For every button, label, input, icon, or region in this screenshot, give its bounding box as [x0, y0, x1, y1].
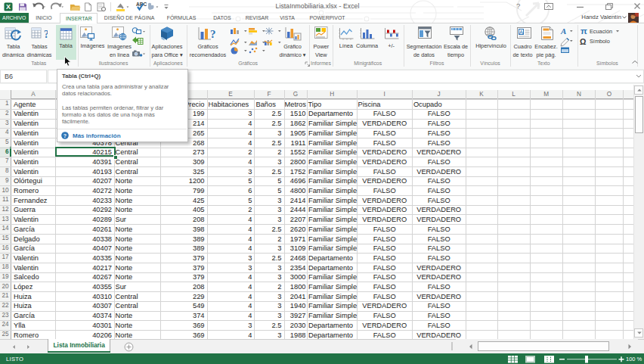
svg-text:?: ? [63, 133, 67, 138]
svg-text:X: X [6, 3, 11, 11]
svg-text:?: ? [44, 29, 48, 40]
svg-text:?: ? [516, 2, 520, 10]
svg-text:A: A [560, 26, 566, 36]
svg-text:?: ? [210, 28, 216, 40]
svg-text:A: A [519, 29, 523, 36]
